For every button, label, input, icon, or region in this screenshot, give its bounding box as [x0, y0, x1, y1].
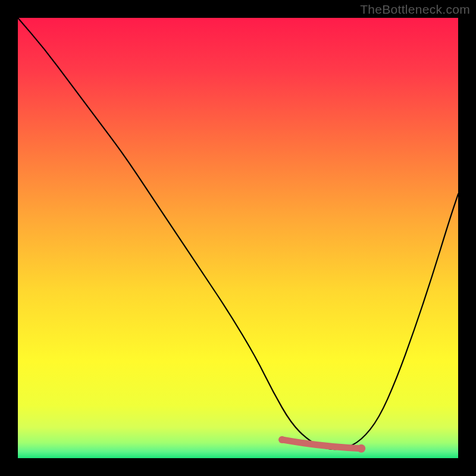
optimal-marker-dot-left [278, 436, 286, 443]
bottleneck-curve-svg [18, 18, 458, 458]
optimal-marker [282, 440, 361, 449]
plot-area [18, 18, 458, 458]
watermark-text: TheBottleneck.com [360, 2, 470, 17]
optimal-marker-dot-right [357, 444, 365, 453]
bottleneck-curve [18, 18, 458, 449]
chart-frame: TheBottleneck.com [0, 0, 476, 476]
